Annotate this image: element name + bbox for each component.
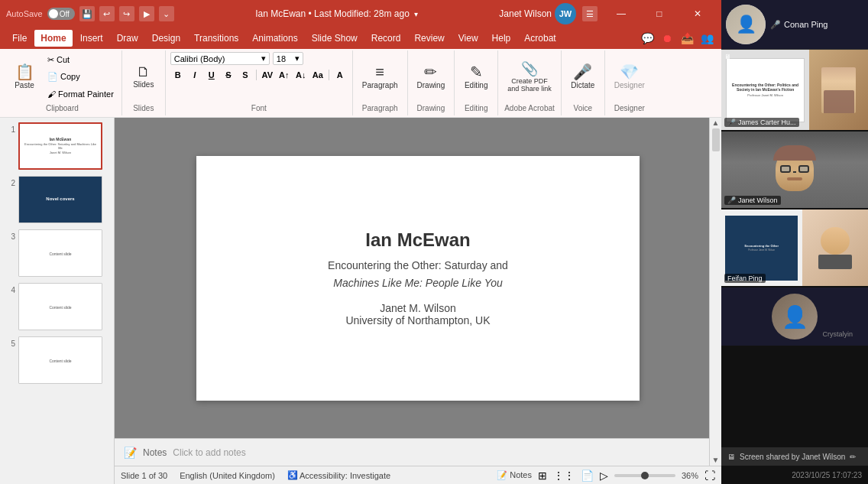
view-normal-icon[interactable]: ⊞ (538, 469, 547, 482)
user-avatar[interactable]: JW (555, 3, 576, 24)
slide-preview-1[interactable]: Ian McEwan Encountering the Other: Satur… (18, 122, 102, 170)
presentation-feed[interactable]: Encountering the Other Professor Janet M… (721, 210, 868, 286)
redo-icon[interactable]: ↪ (119, 6, 134, 21)
present-icon[interactable]: ▶ (139, 6, 154, 21)
menu-design[interactable]: Design (146, 30, 186, 47)
scroll-thumb[interactable] (712, 128, 720, 151)
format-painter-button[interactable]: 🖌 Format Painter (44, 86, 117, 102)
save-icon[interactable]: 💾 (79, 6, 95, 21)
undo-icon[interactable]: ↩ (99, 6, 115, 21)
share-icon[interactable]: 📤 (679, 30, 695, 47)
ribbon-toggle-icon[interactable]: ☰ (582, 6, 598, 21)
notes-placeholder[interactable]: Click to add notes (173, 447, 712, 458)
strikethrough-button[interactable]: S (221, 67, 236, 83)
accessibility-icon: ♿ (287, 470, 298, 480)
font-family-dropdown[interactable]: Calibri (Body) ▾ (170, 52, 270, 65)
status-right: 📝 Notes ⊞ ⋮⋮ 📄 ▷ 36% ⛶ (497, 469, 715, 482)
underline-button[interactable]: U (204, 67, 219, 83)
james-carter-feed[interactable]: Encountering the Other: Politics and Soc… (721, 50, 868, 130)
copy-button[interactable]: 📄 Copy (44, 70, 117, 85)
menu-record[interactable]: Record (365, 30, 407, 47)
create-pdf-share-button[interactable]: 📎 Create PDFand Share link (503, 54, 556, 100)
vertical-scrollbar[interactable]: ▲ ▼ (709, 118, 721, 466)
user-initials: JW (559, 9, 572, 18)
paste-button[interactable]: 📋 Paste (8, 53, 41, 102)
menu-help[interactable]: Help (486, 30, 517, 47)
slide-preview-2[interactable]: Novel covers (18, 176, 102, 223)
cut-button[interactable]: ✂ Cut (44, 53, 117, 68)
italic-button[interactable]: I (187, 67, 202, 83)
slide-5-mini: Content slide (19, 337, 102, 383)
slideshow-icon[interactable]: ▷ (600, 469, 608, 482)
slide-canvas: Ian McEwan Encountering the Other: Satur… (115, 118, 721, 438)
scroll-down-button[interactable]: ▼ (711, 455, 721, 466)
font-group: Calibri (Body) ▾ 18 ▾ B I U S S (166, 50, 353, 115)
dictate-button[interactable]: 🎤 Dictate (566, 54, 600, 100)
editing-button[interactable]: ✎ Editing (459, 54, 493, 100)
james-slide-sub: Professor Janet M. Wilson (747, 93, 783, 97)
slide-content[interactable]: Ian McEwan Encountering the Other: Satur… (196, 156, 640, 401)
drawing-label: Drawing (413, 102, 450, 114)
record-dot-icon[interactable]: ⏺ (659, 30, 675, 47)
slide-view: Ian McEwan Encountering the Other: Satur… (115, 118, 721, 484)
user-name: Janet Wilson (499, 8, 552, 19)
fit-to-window-icon[interactable]: ⛶ (704, 469, 715, 482)
drawing-button[interactable]: ✏ Drawing (413, 54, 450, 100)
slide-thumb-4[interactable]: 4 Content slide (3, 281, 111, 332)
collab-icon[interactable]: 👥 (698, 30, 715, 47)
slide-subtitle-italic: Machines Like Me: People Like You (333, 277, 503, 289)
menu-review[interactable]: Review (408, 30, 450, 47)
james-top-icons: 🖥 (724, 53, 731, 60)
minimize-button[interactable]: — (604, 0, 639, 28)
slide-preview-5[interactable]: Content slide (18, 336, 102, 384)
view-slide-icon[interactable]: ⋮⋮ (553, 469, 575, 482)
designer-group-content: 💎 Designer (610, 52, 649, 102)
font-size-dropdown[interactable]: 18 ▾ (273, 52, 303, 65)
paragraph-button[interactable]: ≡ Paragraph (358, 54, 403, 100)
notes-status-btn[interactable]: 📝 Notes (497, 470, 532, 480)
james-slide-text: Encountering the Other: Politics and Soc… (730, 83, 802, 92)
slide-preview-3[interactable]: Content slide (18, 229, 102, 277)
voice-group-content: 🎤 Dictate (566, 52, 600, 102)
shadow-button[interactable]: S (238, 67, 253, 83)
char-spacing-button[interactable]: AV (260, 67, 275, 83)
menu-view[interactable]: View (452, 30, 484, 47)
zoom-slider[interactable] (614, 474, 675, 477)
change-case-button[interactable]: Aa (310, 67, 326, 83)
maximize-button[interactable]: □ (642, 0, 677, 28)
designer-button[interactable]: 💎 Designer (610, 54, 649, 100)
menu-draw[interactable]: Draw (111, 30, 144, 47)
menu-insert[interactable]: Insert (74, 30, 109, 47)
close-button[interactable]: ✕ (680, 0, 715, 28)
menu-acrobat[interactable]: Acrobat (518, 30, 562, 47)
title-bar-center: Ian McEwan • Last Modified: 28m ago ▾ (255, 8, 418, 19)
toggle-knob (49, 9, 58, 18)
menu-transitions[interactable]: Transitions (188, 30, 245, 47)
screen-share-edit-icon[interactable]: ✏ (850, 453, 856, 461)
slide-thumb-3[interactable]: 3 Content slide (3, 228, 111, 278)
slide-subtitle-block: Encountering the Other: Saturday and Mac… (328, 257, 508, 291)
menu-slideshow[interactable]: Slide Show (306, 30, 364, 47)
bold-button[interactable]: B (170, 67, 186, 83)
font-size-down[interactable]: A↓ (293, 67, 309, 83)
comment-icon[interactable]: 💬 (639, 30, 656, 47)
menu-animations[interactable]: Animations (246, 30, 303, 47)
notes-label[interactable]: Notes (143, 447, 167, 458)
menu-file[interactable]: File (6, 30, 33, 47)
font-size-up[interactable]: A↑ (277, 67, 292, 83)
more-icon[interactable]: ⌄ (159, 6, 174, 21)
james-slide-mini: Encountering the Other: Politics and Soc… (726, 58, 805, 122)
menu-home[interactable]: Home (34, 30, 72, 47)
slide-thumb-5[interactable]: 5 Content slide (3, 335, 111, 385)
slide-thumb-2[interactable]: 2 Novel covers (3, 174, 111, 225)
slide-preview-4[interactable]: Content slide (18, 283, 102, 330)
autosave-toggle[interactable]: Off (47, 8, 75, 20)
view-reading-icon[interactable]: 📄 (581, 469, 594, 482)
dropdown-icon[interactable]: ▾ (414, 10, 418, 18)
new-slide-button[interactable]: 🗋 Slides (127, 54, 160, 100)
scroll-up-button[interactable]: ▲ (711, 118, 721, 128)
janet-wilson-feed[interactable]: 🎤 Janet Wilson (721, 132, 868, 208)
crystalyin-icon: 👤 (782, 304, 808, 330)
slide-thumb-1[interactable]: 1 Ian McEwan Encountering the Other: Sat… (3, 121, 111, 171)
font-color-button[interactable]: A (332, 67, 348, 83)
